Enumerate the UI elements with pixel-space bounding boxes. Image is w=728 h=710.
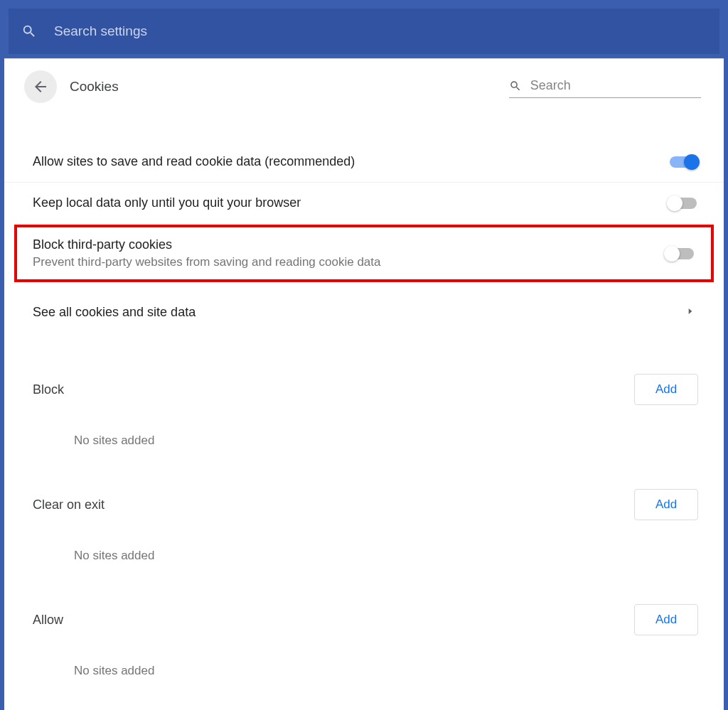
section-clear-on-exit: Clear on exit Add No sites added xyxy=(4,489,724,563)
toggle-block-third-party[interactable] xyxy=(665,247,695,261)
search-icon xyxy=(509,79,522,93)
section-title: Block xyxy=(33,382,64,397)
search-icon xyxy=(21,23,37,39)
empty-message: No sites added xyxy=(74,434,698,448)
section-title: Clear on exit xyxy=(33,497,105,512)
section-block: Block Add No sites added xyxy=(4,374,724,448)
page-title: Cookies xyxy=(70,79,119,95)
option-title: Allow sites to save and read cookie data… xyxy=(33,154,668,169)
highlight-block-third-party: Block third-party cookies Prevent third-… xyxy=(14,225,714,282)
toggle-keep-local[interactable] xyxy=(668,196,698,210)
option-see-all-cookies[interactable]: See all cookies and site data xyxy=(4,284,724,333)
option-title: Block third-party cookies xyxy=(33,237,665,252)
add-button-block[interactable]: Add xyxy=(634,374,698,405)
section-title: Allow xyxy=(33,613,63,628)
arrow-back-icon xyxy=(32,78,49,95)
top-bar: Search settings xyxy=(4,4,724,58)
top-search-placeholder: Search settings xyxy=(54,23,147,39)
option-allow-cookies: Allow sites to save and read cookie data… xyxy=(4,141,724,183)
section-allow: Allow Add No sites added xyxy=(4,604,724,678)
empty-message: No sites added xyxy=(74,664,698,678)
option-subtitle: Prevent third-party websites from saving… xyxy=(33,255,665,269)
option-title: See all cookies and site data xyxy=(33,305,196,320)
toggle-allow-cookies[interactable] xyxy=(668,155,698,169)
header-search[interactable] xyxy=(509,78,701,98)
add-button-allow[interactable]: Add xyxy=(634,604,698,635)
option-title: Keep local data only until you quit your… xyxy=(33,195,668,210)
option-keep-local: Keep local data only until you quit your… xyxy=(4,183,724,223)
header-search-input[interactable] xyxy=(530,78,701,93)
top-search-box[interactable]: Search settings xyxy=(9,9,719,54)
chevron-right-icon xyxy=(685,306,695,319)
add-button-clear-on-exit[interactable]: Add xyxy=(634,489,698,520)
back-button[interactable] xyxy=(24,70,57,103)
empty-message: No sites added xyxy=(74,549,698,563)
